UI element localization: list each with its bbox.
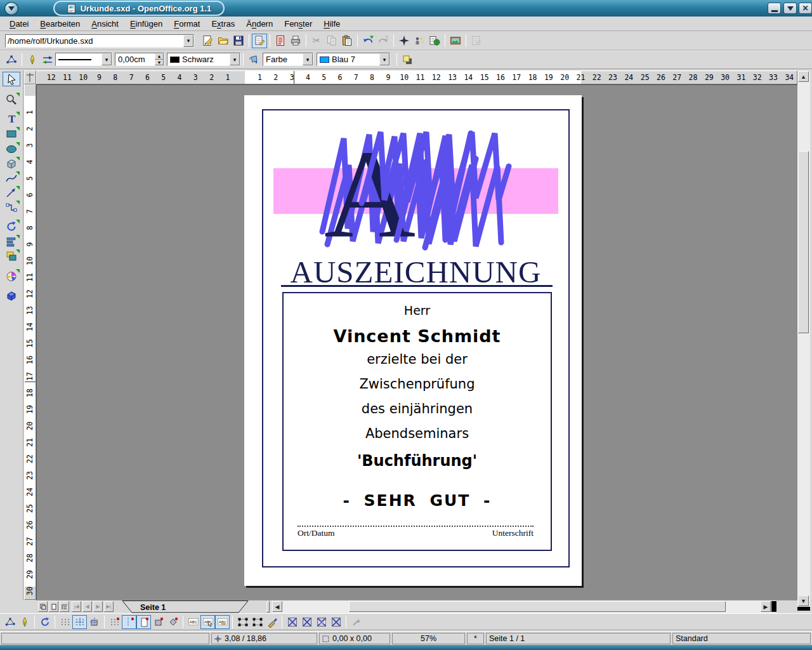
3d-controller-tool-button[interactable] [3,288,20,303]
edit-points-button[interactable] [4,52,19,67]
layer-mode-button[interactable] [38,601,48,612]
edit-points-mode-button[interactable] [3,615,17,629]
line-style-dropdown[interactable]: ▾ [102,53,112,65]
minimize-button[interactable] [768,3,781,14]
snap-to-object-border-button[interactable] [151,615,166,629]
line-contour-button[interactable] [329,615,343,629]
fill-type-dropdown[interactable]: ▾ [303,53,313,65]
menu-item[interactable]: Bearbeiten [34,18,86,30]
save-button[interactable] [231,34,246,48]
fill-color-select[interactable]: Blau 7 ▾ [317,53,390,66]
fill-color-dropdown[interactable]: ▾ [379,53,390,65]
document-page[interactable]: A AUSZEICHNUNG Herr Vincent Schmidt erzi… [244,95,582,586]
url-dropdown-button[interactable]: ▾ [183,35,193,47]
menu-item[interactable]: Fenster [278,18,318,30]
line-width-spinner[interactable]: ▲▼ [115,53,164,66]
print-button[interactable] [288,34,303,48]
rotation-mode-button[interactable] [37,615,52,629]
horizontal-scroll-thumb[interactable] [349,601,726,612]
grid-visible-button[interactable] [58,615,72,629]
menu-item[interactable]: Ändern [240,18,278,30]
stylist-button[interactable] [412,34,427,48]
line-color-dropdown[interactable]: ▾ [230,53,240,65]
navigator-button[interactable] [396,34,412,48]
contour-mode-button[interactable] [299,615,314,629]
open-button[interactable] [216,34,231,48]
picture-placeholder-button[interactable] [285,615,299,629]
export-pdf-button[interactable] [273,34,288,48]
zoom-tool-button[interactable] [3,92,20,107]
menu-item[interactable]: Ansicht [86,18,124,30]
area-dialog-button[interactable] [246,52,261,67]
undo-button[interactable] [360,34,376,48]
snap-to-snaplines-button[interactable] [122,615,136,629]
gallery-button[interactable] [448,34,463,48]
snap-to-grid-button[interactable] [72,615,87,629]
3d-objects-tool-button[interactable] [3,156,20,171]
certificate-header-artwork[interactable]: A [266,127,565,251]
scroll-down-button[interactable]: ▼ [798,595,809,606]
ellipse-tool-button[interactable] [3,142,20,156]
line-dialog-button[interactable] [25,52,40,67]
url-input[interactable] [6,35,183,47]
snap-to-page-margins-button[interactable] [136,615,151,629]
window-menu-button[interactable] [4,2,18,15]
quick-editing-button[interactable] [186,615,200,629]
new-document-button[interactable] [200,34,216,48]
paste-button[interactable] [339,34,355,48]
status-zoom-field[interactable]: 57% [392,633,465,644]
large-handles-button[interactable] [250,615,265,629]
status-style-field[interactable]: Standard [672,633,811,644]
select-text-area-only-button[interactable] [200,615,215,629]
rotate-tool-button[interactable] [3,219,20,234]
create-with-attributes-button[interactable] [265,615,279,629]
master-view-button[interactable] [60,601,69,612]
arrow-style-button[interactable] [40,52,55,67]
simple-handles-button[interactable] [235,615,250,629]
helplines-while-moving-button[interactable] [87,615,102,629]
page-tab[interactable]: Seite 1 [116,600,252,613]
scroll-right-button[interactable]: ▶ [761,601,771,612]
page-mode-button[interactable] [49,601,58,612]
alignment-tool-button[interactable] [3,234,20,249]
rectangle-tool-button[interactable] [3,126,20,141]
snaplines-visible-button[interactable] [107,615,122,629]
menu-item[interactable]: Extras [206,18,240,30]
snap-to-object-points-button[interactable] [166,615,180,629]
spin-down-button[interactable]: ▼ [155,60,164,66]
menu-item[interactable]: Einfügen [124,18,168,30]
lines-arrows-tool-button[interactable] [3,185,20,200]
scroll-up-button[interactable]: ▲ [798,71,809,82]
menu-item[interactable]: Datei [4,18,34,30]
close-button[interactable]: ✕ [799,3,812,14]
double-click-edit-text-button[interactable] [215,615,230,629]
text-tool-button[interactable]: T [3,111,20,126]
edit-file-button[interactable] [252,34,267,48]
vertical-scroll-thumb[interactable] [798,151,809,333]
status-page-field[interactable]: Seite 1 / 1 [486,633,671,644]
line-color-select[interactable]: Schwarz ▾ [167,53,240,66]
scroll-left-button[interactable]: ◀ [272,601,282,612]
line-style-select[interactable]: ▾ [55,53,112,66]
line-width-input[interactable] [115,55,155,64]
first-page-icon: |◀ [74,604,79,609]
curve-tool-button[interactable] [3,171,20,185]
select-tool-button[interactable] [3,72,20,86]
fill-type-select[interactable]: Farbe ▾ [263,53,313,66]
hyperlink-button[interactable] [427,34,442,48]
certificate-text-box[interactable]: Herr Vincent Schmidt erzielte bei der Zw… [282,292,552,551]
ruler-number: 7 [348,71,364,84]
shadow-toggle-button[interactable] [400,52,415,67]
ruler-number: 1 [219,71,235,84]
text-placeholder-button[interactable]: XYZ [314,615,329,629]
connector-tool-button[interactable] [3,200,20,215]
menu-item[interactable]: Format [168,18,206,30]
menu-item[interactable]: Hilfe [318,18,346,30]
glue-points-button[interactable] [17,615,32,629]
shade-button[interactable] [783,3,797,14]
arrange-tool-button[interactable] [3,249,20,263]
tab-scroll-splitter[interactable] [266,601,270,613]
spin-up-button[interactable]: ▲ [155,53,164,60]
drawing-canvas[interactable]: A AUSZEICHNUNG Herr Vincent Schmidt erzi… [36,84,797,600]
effects-tool-button[interactable] [3,269,20,283]
